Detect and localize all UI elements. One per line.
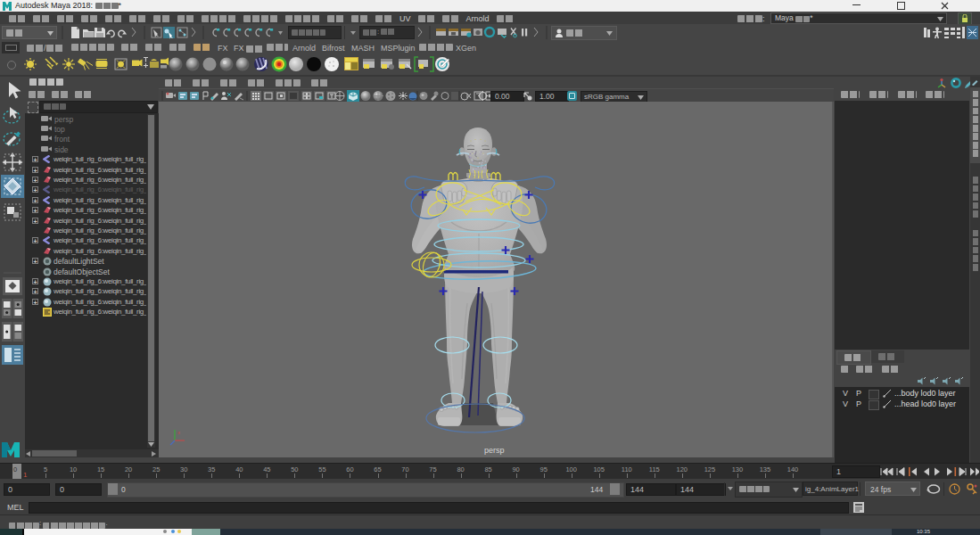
svg-text:x: x xyxy=(177,430,180,435)
